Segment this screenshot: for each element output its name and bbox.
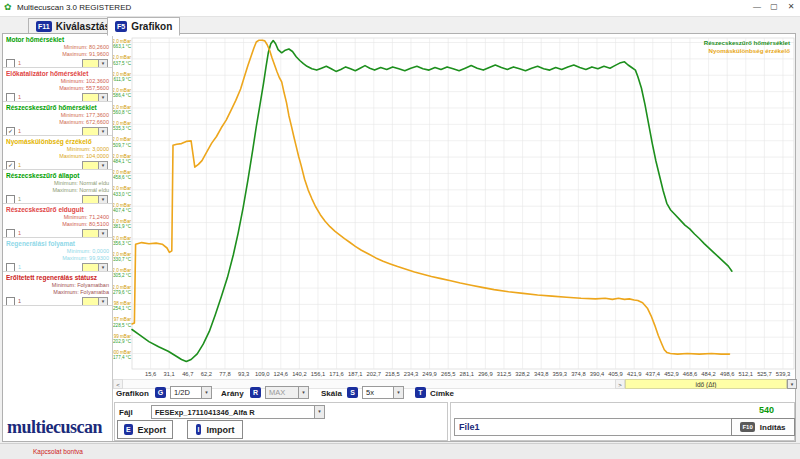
channel-number: 1 [18,128,21,134]
y-axis-celsius-label: 356,3 °C [113,241,132,246]
channel-style-select[interactable]: ▾ [82,161,108,170]
cimke-label[interactable]: Címke [430,389,454,398]
y-axis-celsius-label: 177,4 °C [113,355,132,360]
channel-checkbox[interactable] [6,229,15,238]
grafikon-select[interactable]: 1/2D ▾ [170,386,212,399]
channel-number: 1 [18,196,21,202]
y-axis-celsius-label: 611,9 °C [113,77,131,82]
fajl-select[interactable]: FESExp_1711041346_Alfa R ▾ [151,405,325,419]
channel-checkbox[interactable] [6,93,15,102]
y-axis-celsius-label: 586,4 °C [113,93,132,98]
export-button-label: Export [138,425,167,435]
channel-checkbox[interactable] [6,59,15,68]
x-axis-label: 140,2 [292,371,307,377]
sidebar-channel-item: Erőltetett regenerálás státuszMinimum: F… [3,272,112,306]
start-button-label: Indítás [760,423,786,432]
dropdown-icon: ▾ [98,298,107,305]
x-axis-label: 234,3 [404,371,419,377]
x-axis-label: 62,2 [201,371,212,377]
file-name-input[interactable] [454,418,741,436]
channel-number: 1 [18,162,21,168]
x-axis-label: 281,1 [460,371,475,377]
dropdown-icon: ▾ [98,196,107,203]
y-axis-celsius-label: 228,5 °C [113,323,132,328]
channel-style-select[interactable]: ▾ [82,127,108,136]
x-axis-label: 484,2 [701,371,716,377]
x-axis-label: 187,1 [348,371,363,377]
connection-status: Kapcsolat bontva [33,448,83,455]
dropdown-icon: ▾ [314,406,324,418]
channel-style-select[interactable]: ▾ [82,229,108,238]
skala-key-badge: S [347,387,358,398]
channel-style-select[interactable]: ▾ [82,263,108,272]
import-button-label: Import [206,425,234,435]
dropdown-icon: ▾ [98,162,107,169]
main-panel: Motor hőmérsékletMinimum: 80,2600Maximum… [2,33,796,442]
channel-maximum: Maximum: 99,9300 [6,255,109,262]
y-axis-celsius-label: 484,1 °C [113,159,132,164]
x-axis-selector[interactable]: idő (Δt) [625,379,787,389]
tab-label: Kiválasztás [56,21,110,32]
channel-controls-row: 1▾ [6,229,109,238]
x-axis-label: 421,9 [627,371,642,377]
channel-maximum: Maximum: Normál eldu [6,187,109,194]
y-axis-celsius-label: 202,9 °C [113,339,132,344]
tab-grafikon[interactable]: F5 Grafikon [107,17,180,36]
y-axis-celsius-label: 305,2 °C [113,273,132,278]
channel-checkbox[interactable]: ✓ [6,127,15,136]
x-axis-selector-dropdown-icon[interactable]: ▾ [787,379,797,389]
y-axis-celsius-label: 381,9 °C [113,224,132,229]
channel-number: 1 [18,94,21,100]
channel-number: 1 [18,230,21,236]
channel-checkbox[interactable]: ✓ [6,161,15,170]
dropdown-icon: ▾ [393,387,403,398]
export-button[interactable]: E Export [117,420,173,439]
close-button[interactable]: ✕ [784,2,798,11]
x-axis-label: 15,6 [145,371,156,377]
minimize-button[interactable]: — [750,2,764,11]
channel-checkbox[interactable] [6,297,15,306]
status-bar: Kapcsolat bontva [0,443,800,459]
x-axis-label: 468,6 [683,371,698,377]
channel-style-select[interactable]: ▾ [82,195,108,204]
export-key-badge: E [124,424,133,435]
dropdown-icon: ▾ [98,264,107,271]
y-axis-celsius-label: 560,8 °C [113,110,132,115]
channel-style-swatch [83,230,98,237]
skala-select-value: 5x [363,388,393,397]
sidebar-channel-item: Nyomáskülönbség érzékelőMinimum: 3,0000M… [3,136,112,170]
channel-checkbox[interactable] [6,195,15,204]
import-button[interactable]: I Import [187,420,243,439]
chart-scrollbar: < > idő (Δt) ▾ [113,379,797,389]
cimke-key-badge: T [415,387,426,398]
skala-select[interactable]: 5x ▾ [362,386,404,399]
tab-fkey-badge: F5 [115,21,127,32]
channel-style-swatch [83,162,98,169]
x-axis-label: 156,1 [311,371,326,377]
channel-checkbox[interactable] [6,263,15,272]
channel-style-select[interactable]: ▾ [82,93,108,102]
x-axis-label: 452,9 [664,371,679,377]
sidebar-channel-item: Részecskeszűrő eldugultMinimum: 71,2400M… [3,204,112,238]
x-axis-label: 296,9 [478,371,493,377]
counter-value: 540 [734,405,774,415]
channel-title: Nyomáskülönbség érzékelő [6,138,109,146]
channel-style-select[interactable]: ▾ [82,297,108,306]
scroll-left-icon[interactable]: < [113,379,123,389]
x-axis-label: 525,7 [757,371,772,377]
channel-title: Részecskeszűrő eldugult [6,206,109,214]
channel-controls-row: 1▾ [6,93,109,102]
x-axis-label: 343,8 [534,371,549,377]
chart: 572,0 mBar663,1 °C542,0 mBar637,5 °C512,… [113,34,797,379]
channel-controls-row: 1▾ [6,59,109,68]
start-button[interactable]: F10 Indítás [731,418,795,436]
maximize-button[interactable]: ▢ [767,2,781,11]
scroll-right-icon[interactable]: > [615,379,625,389]
channel-style-swatch [83,128,98,135]
x-axis-label: 218,5 [385,371,400,377]
channel-number: 1 [18,298,21,304]
sidebar-channel-item: Előkatalizátor hőmérsékletMinimum: 102,3… [3,68,112,102]
x-axis-label: 328,2 [515,371,530,377]
start-key-badge: F10 [740,422,754,432]
channel-style-select[interactable]: ▾ [82,59,108,68]
